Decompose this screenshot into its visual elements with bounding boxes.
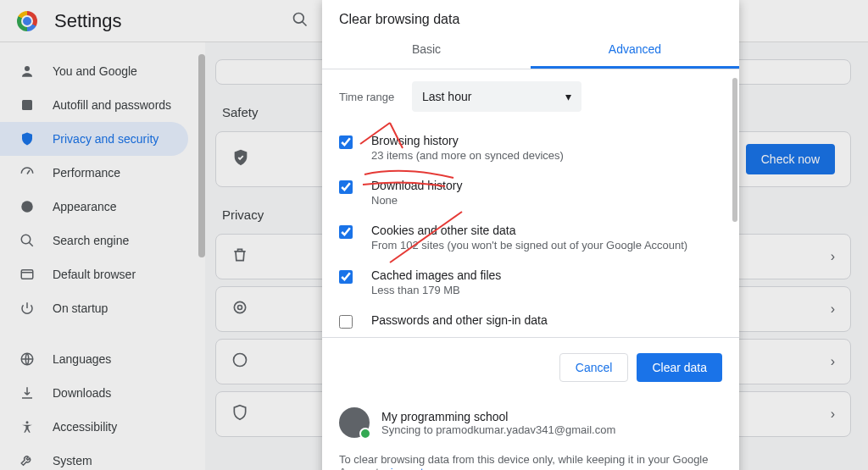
time-range-label: Time range bbox=[339, 91, 412, 103]
option-download-history[interactable]: Download history None bbox=[339, 170, 722, 215]
clear-browsing-data-modal: Clear browsing data Basic Advanced Time … bbox=[322, 0, 739, 470]
modal-scrollbar[interactable] bbox=[732, 78, 737, 222]
option-label: Cached images and files bbox=[371, 268, 501, 282]
checkbox-browsing-history[interactable] bbox=[339, 135, 353, 149]
cancel-button[interactable]: Cancel bbox=[559, 353, 629, 382]
checkbox-download-history[interactable] bbox=[339, 180, 353, 194]
checkbox-passwords[interactable] bbox=[339, 315, 353, 329]
option-label: Browsing history bbox=[371, 134, 564, 147]
option-sublabel: Less than 179 MB bbox=[371, 284, 501, 296]
sign-out-link[interactable]: sign out bbox=[385, 466, 424, 470]
checkbox-cached[interactable] bbox=[339, 270, 353, 284]
modal-tabs: Basic Advanced bbox=[322, 32, 739, 69]
time-range-select[interactable]: Last hour ▾ bbox=[412, 81, 581, 112]
tab-advanced[interactable]: Advanced bbox=[531, 32, 739, 69]
option-sublabel: 23 items (and more on synced devices) bbox=[371, 149, 564, 162]
sync-badge-icon bbox=[359, 428, 371, 440]
clear-note: To clear browsing data from this device … bbox=[322, 448, 739, 470]
option-browsing-history[interactable]: Browsing history 23 items (and more on s… bbox=[339, 125, 722, 170]
modal-footer: Cancel Clear data bbox=[322, 337, 739, 397]
chevron-down-icon: ▾ bbox=[565, 90, 571, 103]
option-sublabel: From 102 sites (you won't be signed out … bbox=[371, 239, 687, 252]
time-range-value: Last hour bbox=[422, 90, 471, 103]
modal-body: Time range Last hour ▾ Browsing history … bbox=[322, 69, 739, 337]
option-cached[interactable]: Cached images and files Less than 179 MB bbox=[339, 260, 722, 305]
sync-info: My programming school Syncing to pramodk… bbox=[322, 397, 739, 448]
avatar bbox=[339, 407, 370, 438]
clear-data-button[interactable]: Clear data bbox=[637, 353, 722, 382]
note-text-post: . bbox=[424, 466, 427, 470]
tab-basic[interactable]: Basic bbox=[322, 32, 531, 69]
option-sublabel: None bbox=[371, 194, 462, 207]
sync-account-name: My programming school bbox=[381, 410, 615, 423]
option-label: Cookies and other site data bbox=[371, 224, 687, 237]
option-label: Passwords and other sign-in data bbox=[371, 313, 548, 327]
sync-account-email: Syncing to pramodkumar.yadav341@gmail.co… bbox=[381, 423, 615, 436]
option-passwords[interactable]: Passwords and other sign-in data bbox=[339, 305, 722, 337]
modal-title: Clear browsing data bbox=[322, 0, 739, 32]
option-label: Download history bbox=[371, 179, 462, 192]
option-cookies[interactable]: Cookies and other site data From 102 sit… bbox=[339, 215, 722, 260]
checkbox-cookies[interactable] bbox=[339, 225, 353, 239]
